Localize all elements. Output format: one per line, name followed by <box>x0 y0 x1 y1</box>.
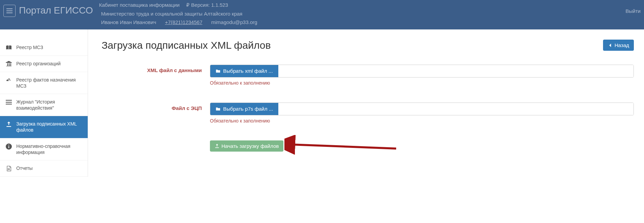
sidebar-item-facts-registry[interactable]: Реестр фактов назначения МСЗ <box>0 72 88 94</box>
start-upload-label: Начать загрузку файлов <box>221 143 279 149</box>
xml-file-choose-button[interactable]: Выбрать xml файл ... <box>210 65 278 77</box>
sidebar-item-upload-xml[interactable]: Загрузка подписанных XML файлов <box>0 116 88 138</box>
sidebar-item-label: Отчеты <box>16 165 33 171</box>
start-upload-button[interactable]: Начать загрузку файлов <box>210 140 283 152</box>
menu-toggle-button[interactable] <box>3 5 16 17</box>
xml-file-picker: Выбрать xml файл ... <box>210 65 634 77</box>
org-label: Министерство труда и социальной защиты А… <box>101 9 242 18</box>
back-button-label: Назад <box>615 42 629 48</box>
list-icon <box>5 99 12 105</box>
logout-label: Выйти <box>626 8 641 14</box>
xml-file-help: Обязательно к заполнению <box>210 80 634 86</box>
sig-file-choose-button[interactable]: Выбрать p7s файл ... <box>210 103 278 115</box>
version-label: ₽ Версия: 1.1.523 <box>186 1 228 9</box>
logout-link[interactable]: Выйти <box>623 0 641 14</box>
sidebar-item-label: Загрузка подписанных XML файлов <box>16 121 82 133</box>
chevron-left-icon <box>608 43 613 48</box>
back-button[interactable]: Назад <box>603 40 634 51</box>
svg-line-0 <box>291 144 396 149</box>
sidebar-item-label: Журнал "История взаимодействия" <box>16 99 82 111</box>
sig-file-input[interactable] <box>278 103 634 115</box>
xml-file-label: XML файл с данными <box>102 65 210 73</box>
sidebar-item-msz-registry[interactable]: Реестр МСЗ <box>0 40 88 56</box>
hamburger-icon <box>6 8 13 13</box>
sidebar-item-journal[interactable]: Журнал "История взаимодействия" <box>0 94 88 116</box>
xml-file-choose-label: Выбрать xml файл ... <box>223 68 273 74</box>
reports-icon <box>5 165 12 172</box>
info-icon <box>5 143 12 150</box>
sidebar-item-label: Реестр МСЗ <box>16 44 43 50</box>
annotation-arrow <box>284 135 400 155</box>
xml-file-input[interactable] <box>278 65 634 77</box>
folder-icon <box>216 69 220 73</box>
page-title: Загрузка подписанных XML файлов <box>102 40 271 51</box>
sidebar-item-label: Нормативно-справочная информация <box>16 143 82 155</box>
phone-link[interactable]: +7(821)1234567 <box>165 18 202 27</box>
sidebar-item-label: Реестр фактов назначения МСЗ <box>16 77 82 89</box>
sig-file-picker: Выбрать p7s файл ... <box>210 103 634 115</box>
cabinet-label: Кабинет поставщика информации <box>99 1 179 9</box>
sidebar-item-reports[interactable]: Отчеты <box>0 160 88 177</box>
sig-file-help: Обязательно к заполнению <box>210 118 634 124</box>
sidebar-item-reference-info[interactable]: Нормативно-справочная информация <box>0 138 88 160</box>
sidebar-item-label: Реестр организаций <box>16 61 61 67</box>
sidebar-item-org-registry[interactable]: Реестр организаций <box>0 56 88 72</box>
upload-icon <box>5 121 12 127</box>
sig-file-label: Файл с ЭЦП <box>102 103 210 111</box>
brand-title: Портал ЕГИССО <box>19 5 93 16</box>
sig-file-choose-label: Выбрать p7s файл ... <box>223 106 273 112</box>
handshake-icon <box>5 77 12 83</box>
institution-icon <box>5 61 12 67</box>
email-label: mimagodu@p33.org <box>211 18 257 27</box>
sidebar: Реестр МСЗ Реестр организаций Реестр фак… <box>0 29 88 177</box>
book-icon <box>5 45 12 51</box>
folder-icon <box>216 107 220 111</box>
upload-icon <box>215 143 219 148</box>
user-name: Иванов Иван Иванович <box>101 18 156 27</box>
